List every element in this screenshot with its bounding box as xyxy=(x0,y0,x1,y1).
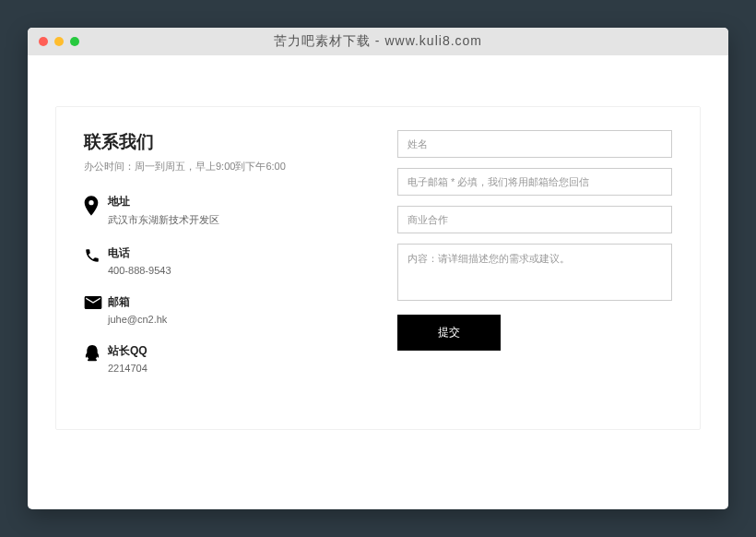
qq-row: 站长QQ 2214704 xyxy=(84,343,342,374)
location-pin-icon xyxy=(84,194,108,216)
email-value: juhe@cn2.hk xyxy=(108,314,342,325)
envelope-icon xyxy=(84,294,108,309)
phone-value: 400-888-9543 xyxy=(108,265,342,276)
browser-window: 苦力吧素材下载 - www.kuli8.com 联系我们 办公时间：周一到周五，… xyxy=(28,28,728,509)
subject-input[interactable] xyxy=(397,206,672,233)
contact-info-column: 联系我们 办公时间：周一到周五，早上9:00到下午6:00 地址 武汉市东湖新技… xyxy=(84,130,342,392)
content-area: 联系我们 办公时间：周一到周五，早上9:00到下午6:00 地址 武汉市东湖新技… xyxy=(28,55,728,458)
minimize-icon[interactable] xyxy=(54,37,64,46)
contact-form-column: 提交 xyxy=(397,130,672,392)
content-textarea[interactable] xyxy=(397,244,672,301)
maximize-icon[interactable] xyxy=(70,37,79,46)
close-icon[interactable] xyxy=(39,37,48,46)
address-label: 地址 xyxy=(108,194,342,209)
name-input[interactable] xyxy=(397,130,672,158)
email-input[interactable] xyxy=(397,168,672,196)
office-hours: 办公时间：周一到周五，早上9:00到下午6:00 xyxy=(84,160,342,173)
submit-button[interactable]: 提交 xyxy=(397,315,501,351)
contact-card: 联系我们 办公时间：周一到周五，早上9:00到下午6:00 地址 武汉市东湖新技… xyxy=(55,106,701,430)
qq-penguin-icon xyxy=(84,343,108,364)
email-label: 邮箱 xyxy=(108,294,342,310)
phone-row: 电话 400-888-9543 xyxy=(84,245,342,276)
email-row: 邮箱 juhe@cn2.hk xyxy=(84,294,342,325)
qq-value: 2214704 xyxy=(108,363,342,374)
address-row: 地址 武汉市东湖新技术开发区 xyxy=(84,194,342,227)
address-value: 武汉市东湖新技术开发区 xyxy=(108,213,342,227)
page-title: 联系我们 xyxy=(84,130,342,154)
title-bar: 苦力吧素材下载 - www.kuli8.com xyxy=(28,28,728,55)
window-title: 苦力吧素材下载 - www.kuli8.com xyxy=(28,33,728,50)
traffic-lights xyxy=(28,37,79,46)
phone-label: 电话 xyxy=(108,245,342,261)
qq-label: 站长QQ xyxy=(108,343,342,359)
phone-icon xyxy=(84,245,108,264)
